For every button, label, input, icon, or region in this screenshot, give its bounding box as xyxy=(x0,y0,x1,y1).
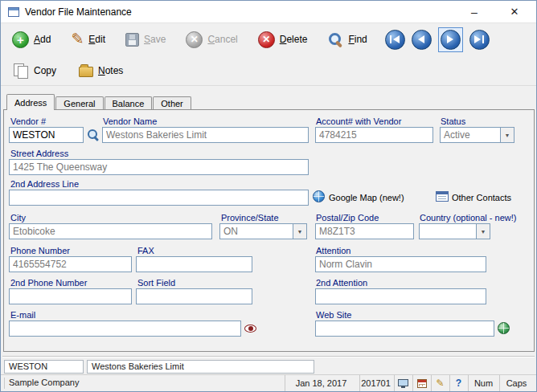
tab-other[interactable]: Other xyxy=(153,96,191,109)
status-dropdown[interactable]: Active ▼ xyxy=(440,127,514,143)
previous-record-button[interactable] xyxy=(412,30,432,50)
session-date-status: Jan 18, 2017 xyxy=(285,375,357,391)
second-attention-label: 2nd Attention xyxy=(316,278,367,288)
statusbar-edit-panel: ✎ xyxy=(431,375,449,391)
city-input[interactable] xyxy=(9,223,212,239)
edit-button-label: Edit xyxy=(88,34,105,45)
title-bar: Vendor File Maintenance – ✕ xyxy=(1,1,536,23)
tab-address[interactable]: Address xyxy=(6,94,55,110)
next-record-button[interactable] xyxy=(438,27,463,52)
close-button[interactable]: ✕ xyxy=(502,3,527,21)
province-state-value: ON xyxy=(220,224,293,239)
vendor-file-maintenance-window: Vendor File Maintenance – ✕ + Add ✎ Edit… xyxy=(0,0,537,392)
email-eye-icon[interactable] xyxy=(244,325,256,333)
web-site-globe-icon[interactable] xyxy=(498,322,510,334)
edit-status-icon: ✎ xyxy=(436,378,444,388)
first-record-button[interactable] xyxy=(385,30,405,50)
caps-lock-indicator: Caps xyxy=(499,375,533,391)
statusbar-left-separator xyxy=(4,378,5,389)
add-button-label: Add xyxy=(34,34,51,45)
country-dropdown[interactable]: ▼ xyxy=(419,223,490,239)
next-record-icon xyxy=(447,35,453,43)
postal-zip-label: Postal/Zip Code xyxy=(316,213,379,223)
postal-zip-input[interactable] xyxy=(315,223,414,239)
first-record-icon xyxy=(390,35,391,43)
bottom-divider xyxy=(2,356,535,357)
delete-button[interactable]: ✕ Delete xyxy=(253,29,313,51)
country-dropdown-arrow-icon[interactable]: ▼ xyxy=(476,224,490,239)
vendor-number-label: Vendor # xyxy=(10,116,46,126)
street-address-input[interactable] xyxy=(9,159,309,175)
fax-input[interactable] xyxy=(136,256,252,272)
fax-label: FAX xyxy=(137,246,154,255)
magnifier-icon xyxy=(327,31,343,47)
cancel-icon: ✕ xyxy=(186,31,203,48)
notes-button[interactable]: Notes xyxy=(74,61,128,80)
save-button[interactable]: Save xyxy=(121,31,170,49)
pencil-icon: ✎ xyxy=(71,31,84,47)
vendor-number-input[interactable] xyxy=(9,127,84,143)
email-label: E-mail xyxy=(10,310,35,320)
delete-icon: ✕ xyxy=(258,31,275,48)
copy-button-label: Copy xyxy=(34,65,56,76)
statusbar-calendar-panel xyxy=(412,375,430,391)
phone-number-input[interactable] xyxy=(9,256,132,272)
delete-button-label: Delete xyxy=(280,34,308,45)
tab-balance[interactable]: Balance xyxy=(105,96,153,109)
record-navigation-group xyxy=(385,27,490,52)
main-toolbar: + Add ✎ Edit Save ✕ Cancel ✕ Delete Find xyxy=(1,23,536,55)
computer-icon xyxy=(398,379,408,386)
last-record-button[interactable] xyxy=(469,30,490,50)
vendor-name-label: Vendor Name xyxy=(103,116,157,126)
second-phone-number-input[interactable] xyxy=(9,288,132,304)
status-dropdown-arrow-icon[interactable]: ▼ xyxy=(500,128,514,142)
city-label: City xyxy=(10,213,26,223)
email-input[interactable] xyxy=(9,321,241,337)
sort-field-input[interactable] xyxy=(136,288,252,304)
record-name-display: Westons Bakeries Limit xyxy=(87,360,314,374)
account-with-vendor-label: Account# with Vendor xyxy=(316,116,401,126)
application-icon xyxy=(8,7,19,17)
help-icon: ? xyxy=(456,378,461,388)
other-contacts-link[interactable]: Other Contacts xyxy=(452,193,511,202)
notes-icon xyxy=(79,67,93,77)
copy-button[interactable]: Copy xyxy=(9,61,61,80)
last-record-icon xyxy=(474,35,481,43)
sort-field-label: Sort Field xyxy=(137,278,175,288)
window-title: Vendor File Maintenance xyxy=(25,6,132,18)
web-site-label: Web Site xyxy=(316,310,351,320)
find-button-label: Find xyxy=(348,34,367,45)
add-button[interactable]: + Add xyxy=(7,29,55,51)
add-icon: + xyxy=(12,31,29,48)
web-site-input[interactable] xyxy=(315,321,494,337)
account-with-vendor-input[interactable] xyxy=(315,127,433,143)
second-address-line-input[interactable] xyxy=(9,190,309,206)
cancel-button[interactable]: ✕ Cancel xyxy=(181,29,242,51)
second-attention-input[interactable] xyxy=(315,288,486,304)
status-value: Active xyxy=(441,128,500,142)
minimize-button[interactable]: – xyxy=(462,3,486,21)
notes-button-label: Notes xyxy=(98,65,123,76)
google-map-link[interactable]: Google Map (new!) xyxy=(329,193,404,202)
vendor-name-input[interactable] xyxy=(102,127,309,143)
province-dropdown-arrow-icon[interactable]: ▼ xyxy=(293,224,306,239)
save-icon xyxy=(125,33,139,47)
vendor-lookup-icon[interactable] xyxy=(87,129,100,141)
attention-input[interactable] xyxy=(315,256,486,272)
calendar-icon xyxy=(417,379,427,388)
second-address-line-label: 2nd Address Line xyxy=(10,179,79,189)
statusbar-computer-panel xyxy=(394,375,412,391)
google-map-globe-icon[interactable] xyxy=(313,190,325,202)
country-label: Country (optional - new!) xyxy=(420,213,516,223)
tab-general[interactable]: General xyxy=(55,96,103,109)
other-contacts-icon[interactable] xyxy=(436,191,449,202)
attention-label: Attention xyxy=(316,246,350,255)
province-state-dropdown[interactable]: ON ▼ xyxy=(219,223,307,239)
record-code-display: WESTON xyxy=(4,360,84,374)
find-button[interactable]: Find xyxy=(322,29,371,50)
secondary-toolbar: Copy Notes xyxy=(1,55,536,86)
status-label: Status xyxy=(441,116,465,126)
edit-button[interactable]: ✎ Edit xyxy=(66,30,110,50)
status-bar: Sample Company Jan 18, 2017 201701 ✎ ? N… xyxy=(1,374,536,391)
copy-icon xyxy=(14,63,29,78)
